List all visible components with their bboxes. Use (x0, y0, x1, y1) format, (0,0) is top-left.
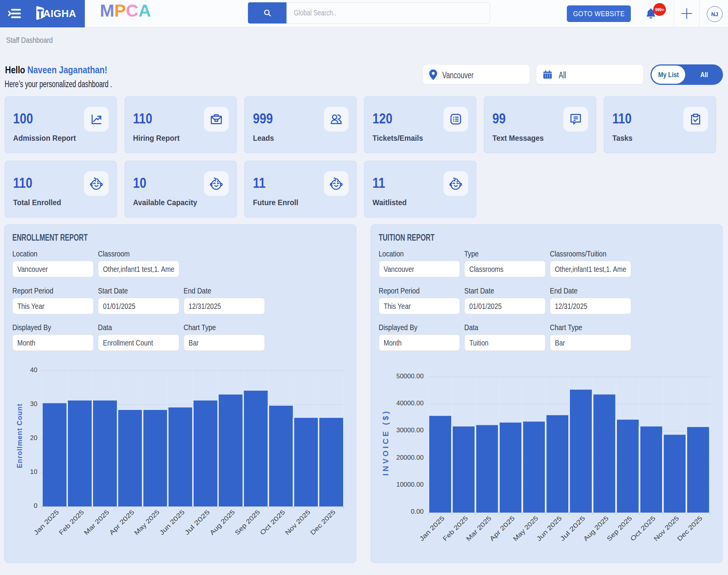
svg-text:Jan 2025: Jan 2025 (32, 508, 60, 536)
svg-text:40000.00: 40000.00 (396, 400, 424, 407)
svg-text:20000.00: 20000.00 (396, 454, 424, 461)
svg-text:Apr 2025: Apr 2025 (108, 508, 135, 536)
svg-text:50000.00: 50000.00 (396, 373, 424, 380)
svg-text:0.00: 0.00 (411, 508, 424, 515)
svg-text:30: 30 (30, 400, 37, 408)
svg-text:Nov 2025: Nov 2025 (652, 514, 680, 542)
svg-text:Dec 2025: Dec 2025 (309, 508, 337, 536)
svg-text:Mar 2025: Mar 2025 (83, 508, 110, 536)
svg-text:Dec 2025: Dec 2025 (676, 514, 703, 542)
svg-text:0: 0 (34, 502, 37, 509)
svg-text:Nov 2025: Nov 2025 (284, 508, 312, 536)
svg-text:Apr 2025: Apr 2025 (488, 514, 516, 542)
svg-text:40: 40 (30, 366, 37, 374)
svg-text:Jan 2025: Jan 2025 (418, 514, 446, 542)
svg-text:10000.00: 10000.00 (396, 481, 424, 488)
svg-text:20: 20 (30, 434, 37, 442)
svg-text:30000.00: 30000.00 (396, 427, 424, 434)
svg-text:Sep 2025: Sep 2025 (233, 508, 261, 536)
svg-text:Sep 2025: Sep 2025 (605, 514, 633, 542)
svg-text:Jul 2025: Jul 2025 (183, 508, 211, 536)
svg-text:Aug 2025: Aug 2025 (208, 508, 236, 536)
svg-text:Jun 2025: Jun 2025 (535, 514, 563, 542)
svg-text:Jun 2025: Jun 2025 (158, 508, 186, 536)
svg-text:Oct 2025: Oct 2025 (258, 508, 286, 536)
svg-text:INVOICE ($): INVOICE ($) (381, 410, 390, 476)
svg-text:Aug 2025: Aug 2025 (582, 514, 610, 542)
svg-text:May 2025: May 2025 (133, 508, 160, 536)
svg-text:Enrollment Count: Enrollment Count (16, 403, 24, 468)
svg-text:10: 10 (30, 468, 37, 476)
svg-text:Mar 2025: Mar 2025 (465, 514, 492, 542)
svg-text:Feb 2025: Feb 2025 (57, 508, 85, 536)
